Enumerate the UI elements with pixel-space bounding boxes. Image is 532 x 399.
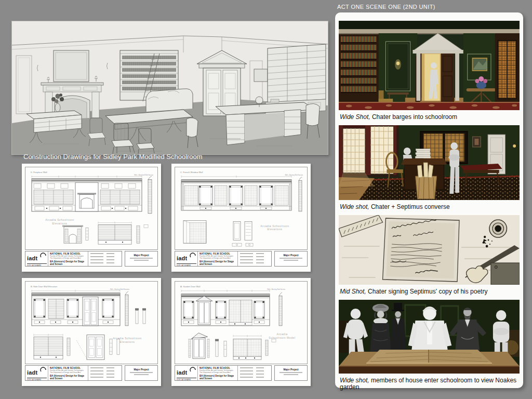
window-wall-elevation: C. French Window Wall bbox=[175, 167, 307, 249]
sheet-label-line2: Schoolroom Model bbox=[269, 336, 295, 339]
shot-type: Wide shot, bbox=[340, 377, 369, 384]
iadt-logo: iadt DÚN LAOGHAIRE bbox=[25, 366, 48, 380]
render-chater-septimus-converse bbox=[339, 125, 520, 200]
iadt-logo: iadt DÚN LAOGHAIRE bbox=[25, 251, 48, 266]
iadt-logo-text: iadt bbox=[27, 255, 37, 261]
shot-type: Wide shot, bbox=[340, 203, 369, 210]
shot-caption: Mid Shot, Chater signing Septimus' copy … bbox=[339, 285, 520, 300]
sheet-label-line2: Elevations bbox=[52, 222, 68, 225]
title-block-school-info: NATIONAL FILM SCHOOL Faculty of Film, Ar… bbox=[198, 251, 238, 266]
iadt-swoosh-icon bbox=[190, 367, 196, 373]
garden-door-wall-elevation: A. Garden Door Wall bbox=[175, 282, 307, 364]
title-block-fields bbox=[238, 251, 271, 266]
course-name: BA (Honours) Design for Stage and Screen bbox=[50, 260, 86, 265]
section-note: Wall + Backing Side Section bbox=[267, 288, 285, 290]
title-block: iadt DÚN LAOGHAIRE NATIONAL FILM SCHOOL … bbox=[175, 365, 308, 381]
iadt-swoosh-icon bbox=[40, 252, 47, 259]
sheet-heading: A. Garden Door Wall bbox=[180, 285, 201, 288]
sheet-label-line2: Elevations bbox=[120, 340, 135, 343]
project-box: Major Project bbox=[274, 251, 308, 267]
shot-caption: Wide Shot, Chater barges into schoolroom bbox=[339, 110, 520, 125]
shot-type: Wide Shot, bbox=[340, 113, 370, 121]
department-line: The Department of Design and Visual Arts bbox=[50, 257, 86, 259]
sketch-drawing bbox=[12, 21, 328, 154]
sheet-heading: B. Side Door Wall Elevation bbox=[31, 285, 58, 288]
sheet-heading: D. Fireplace Wall bbox=[31, 171, 47, 174]
construction-drawings-title: Construction Drawings for Sidley Park Mo… bbox=[23, 153, 203, 161]
title-block-school-info: NATIONAL FILM SCHOOL Faculty of Film, Ar… bbox=[198, 366, 238, 380]
shot-description: Chater signing Septimus' copy of his poe… bbox=[366, 288, 488, 295]
title-block-fields bbox=[238, 366, 271, 380]
storyboard-panel: Wide Shot, Chater barges into schoolroom bbox=[335, 12, 523, 388]
project-box: Major Project bbox=[125, 365, 158, 381]
drawing-sheet-fireplace-wall: D. Fireplace Wall bbox=[22, 164, 161, 272]
side-door-wall-elevation: B. Side Door Wall Elevation bbox=[25, 282, 157, 364]
sketch-signing-poetry bbox=[339, 215, 520, 285]
shot-caption: Wide shot, members of house enter school… bbox=[339, 374, 520, 395]
section-note: Wall + Backing Wall Section bbox=[285, 174, 303, 176]
title-block-fields bbox=[88, 251, 122, 266]
render-chater-barges-in bbox=[339, 21, 520, 110]
section-note: Wall + Backing Side Elevation bbox=[110, 288, 129, 290]
schoolroom-perspective-sketch bbox=[11, 21, 328, 155]
iadt-logo-subtext: DÚN LAOGHAIRE bbox=[27, 263, 47, 267]
sheet-label-line1: Arcadia Schoolroom bbox=[45, 218, 74, 221]
drawing-sheet-window-wall: C. French Window Wall bbox=[171, 164, 311, 272]
project-title: Major Project bbox=[125, 254, 157, 257]
title-block-school-info: NATIONAL FILM SCHOOL Faculty of Film, Ar… bbox=[48, 366, 88, 380]
shot-image-house-members-enter bbox=[339, 300, 520, 374]
title-block-fields bbox=[88, 366, 122, 380]
fireplace-wall-elevation: D. Fireplace Wall bbox=[25, 167, 157, 249]
iadt-logo: iadt DÚN LAOGHAIRE bbox=[175, 251, 198, 266]
title-block: iadt DÚN LAOGHAIRE NATIONAL FILM SCHOOL … bbox=[175, 251, 308, 267]
title-block: iadt DÚN LAOGHAIRE NATIONAL FILM SCHOOL … bbox=[25, 251, 158, 267]
shot-description: Chater barges into schoolroom bbox=[370, 113, 457, 121]
sheet-label-line2: Elevations bbox=[268, 228, 283, 231]
shot-caption: Wide shot, Chater + Septimus converse bbox=[339, 200, 520, 215]
shot-image-chater-septimus-converse bbox=[339, 125, 520, 200]
iadt-swoosh-icon bbox=[40, 367, 47, 373]
drawing-sheet-side-door-wall: B. Side Door Wall Elevation bbox=[22, 278, 161, 386]
iadt-swoosh-icon bbox=[190, 252, 196, 259]
sheet-label-line1: Arcadia Schoolroom bbox=[260, 224, 289, 228]
portfolio-page: Construction Drawings for Sidley Park Mo… bbox=[0, 0, 532, 399]
section-note: Wall + Bookshelf Wall Section bbox=[134, 174, 153, 176]
shot-type: Mid Shot, bbox=[340, 288, 366, 295]
storyboard-header: ACT ONE SCENE ONE (2ND UNIT) bbox=[337, 4, 435, 10]
title-block: iadt DÚN LAOGHAIRE NATIONAL FILM SCHOOL … bbox=[25, 365, 158, 381]
sheet-heading: C. French Window Wall bbox=[180, 171, 203, 174]
sheet-label-line1: Arcadia bbox=[276, 332, 287, 336]
iadt-logo: iadt DÚN LAOGHAIRE bbox=[175, 366, 198, 380]
shot-description: Chater + Septimus converse bbox=[369, 203, 450, 210]
title-block-school-info: NATIONAL FILM SCHOOL Faculty of Film, Ar… bbox=[48, 251, 88, 266]
shot-image-signing-sketch bbox=[339, 215, 520, 285]
project-box: Major Project bbox=[125, 251, 158, 267]
project-box: Major Project bbox=[274, 365, 308, 381]
render-house-members-enter bbox=[339, 300, 520, 374]
drawing-sheet-garden-door-wall: A. Garden Door Wall bbox=[171, 278, 311, 386]
shot-image-chater-barges-in bbox=[339, 21, 520, 110]
